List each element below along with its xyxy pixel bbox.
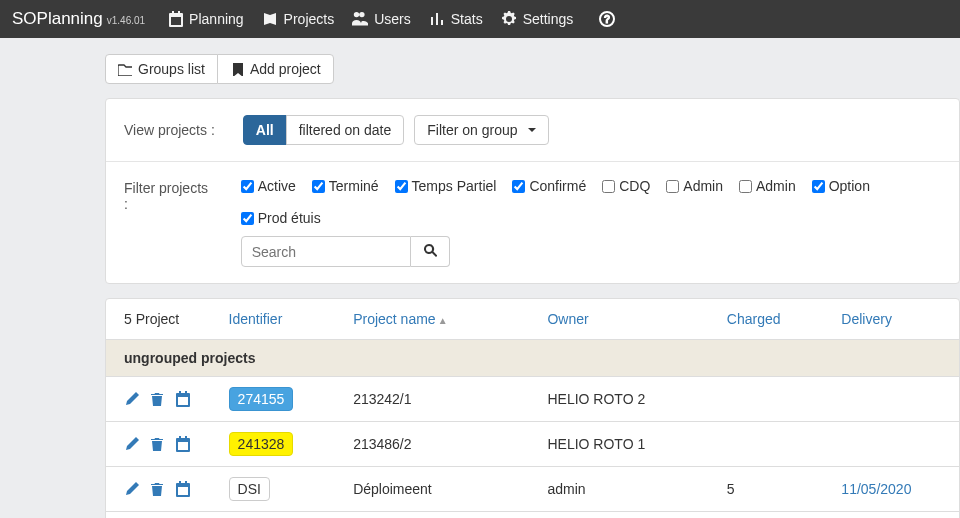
- sort-asc-icon: ▲: [438, 315, 448, 326]
- filter-on-group-button[interactable]: Filter on group: [414, 115, 548, 145]
- table-row: 241328213486/2HELIO ROTO 1: [106, 421, 959, 466]
- filter-check-input[interactable]: [241, 212, 254, 225]
- delete-icon[interactable]: [149, 436, 166, 453]
- toolbar: Groups list Add project: [105, 54, 334, 84]
- add-project-button[interactable]: Add project: [217, 54, 334, 84]
- help-icon: [599, 11, 615, 27]
- cell-name: 213242/1: [353, 391, 547, 407]
- edit-icon[interactable]: [124, 391, 141, 408]
- filter-section: Filter projects : ActiveTerminéTemps Par…: [106, 161, 959, 283]
- table-header: 5 Project Identifier Project name▲ Owner…: [106, 299, 959, 339]
- delivery-link[interactable]: 11/05/2020: [841, 481, 911, 497]
- nav-users[interactable]: Users: [352, 11, 411, 27]
- th-count: 5 Project: [124, 311, 229, 327]
- th-charged[interactable]: Charged: [727, 311, 842, 327]
- filter-check-input[interactable]: [512, 180, 525, 193]
- stats-icon: [429, 11, 445, 27]
- top-navbar: SOPlanning v1.46.01 Planning Projects Us…: [0, 0, 960, 38]
- view-scope-toggle: All filtered on date: [243, 115, 405, 145]
- delete-icon[interactable]: [149, 391, 166, 408]
- caret-down-icon: [528, 128, 536, 132]
- cell-owner: HELIO ROTO 1: [547, 436, 726, 452]
- groups-list-button[interactable]: Groups list: [105, 54, 218, 84]
- filter-check-input[interactable]: [395, 180, 408, 193]
- filter-check-2[interactable]: Temps Partiel: [395, 178, 497, 194]
- nav-settings[interactable]: Settings: [501, 11, 574, 27]
- view-label: View projects :: [124, 122, 215, 138]
- filter-check-6[interactable]: Admin: [739, 178, 796, 194]
- calendar-icon[interactable]: [174, 436, 191, 453]
- edit-icon[interactable]: [124, 436, 141, 453]
- identifier-badge[interactable]: 241328: [229, 432, 294, 456]
- filter-check-input[interactable]: [739, 180, 752, 193]
- identifier-badge[interactable]: DSI: [229, 477, 270, 501]
- filter-check-input[interactable]: [602, 180, 615, 193]
- book-icon: [262, 11, 278, 27]
- cell-name: 213486/2: [353, 436, 547, 452]
- delete-icon[interactable]: [149, 481, 166, 498]
- th-name[interactable]: Project name▲: [353, 311, 547, 327]
- calendar-icon[interactable]: [174, 481, 191, 498]
- calendar-icon[interactable]: [174, 391, 191, 408]
- bookmark-icon: [230, 62, 244, 76]
- brand-name: SOPlanning: [12, 9, 103, 29]
- identifier-badge[interactable]: 274155: [229, 387, 294, 411]
- filter-check-5[interactable]: Admin: [666, 178, 723, 194]
- folder-icon: [118, 62, 132, 76]
- table-row: 274155213242/1HELIO ROTO 2: [106, 376, 959, 421]
- cell-owner: HELIO ROTO 2: [547, 391, 726, 407]
- th-delivery[interactable]: Delivery: [841, 311, 941, 327]
- filter-check-8[interactable]: Prod étuis: [241, 210, 321, 226]
- projects-table: 5 Project Identifier Project name▲ Owner…: [105, 298, 960, 518]
- search-button[interactable]: [411, 236, 450, 267]
- cell-owner: admin: [547, 481, 726, 497]
- filter-check-7[interactable]: Option: [812, 178, 870, 194]
- filter-check-input[interactable]: [666, 180, 679, 193]
- nav-projects[interactable]: Projects: [262, 11, 335, 27]
- search-icon: [423, 243, 437, 257]
- cell-name: Déploimeent: [353, 481, 547, 497]
- filter-check-input[interactable]: [241, 180, 254, 193]
- view-filtered-button[interactable]: filtered on date: [286, 115, 405, 145]
- filter-checkboxes: ActiveTerminéTemps PartielConfirméCDQAdm…: [241, 178, 941, 226]
- edit-icon[interactable]: [124, 481, 141, 498]
- group-row: ungrouped projects: [106, 339, 959, 376]
- cell-charged: 5: [727, 481, 842, 497]
- users-icon: [352, 11, 368, 27]
- table-row: DSIDéploimeentadmin511/05/2020: [106, 466, 959, 511]
- gear-icon: [501, 11, 517, 27]
- search-input[interactable]: [241, 236, 411, 267]
- th-identifier[interactable]: Identifier: [229, 311, 354, 327]
- filter-check-input[interactable]: [312, 180, 325, 193]
- nav-help[interactable]: [599, 11, 615, 27]
- filter-check-4[interactable]: CDQ: [602, 178, 650, 194]
- filter-check-0[interactable]: Active: [241, 178, 296, 194]
- view-section: View projects : All filtered on date Fil…: [106, 99, 959, 161]
- brand-version: v1.46.01: [107, 15, 145, 26]
- th-owner[interactable]: Owner: [547, 311, 726, 327]
- filter-check-3[interactable]: Confirmé: [512, 178, 586, 194]
- nav-planning[interactable]: Planning: [167, 11, 244, 27]
- nav-stats[interactable]: Stats: [429, 11, 483, 27]
- filter-check-input[interactable]: [812, 180, 825, 193]
- cell-delivery: 11/05/2020: [841, 481, 941, 497]
- calendar-icon: [167, 11, 183, 27]
- view-all-button[interactable]: All: [243, 115, 287, 145]
- table-row: azedfsffadmin: [106, 511, 959, 518]
- brand[interactable]: SOPlanning v1.46.01: [12, 9, 145, 29]
- filter-label: Filter projects :: [124, 180, 213, 212]
- filter-check-1[interactable]: Terminé: [312, 178, 379, 194]
